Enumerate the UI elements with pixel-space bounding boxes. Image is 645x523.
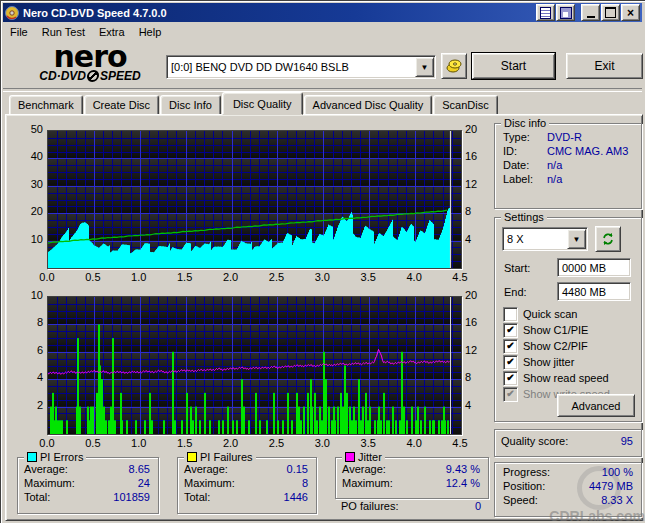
start-mb-label: Start: xyxy=(504,262,530,274)
tab-scandisc[interactable]: ScanDisc xyxy=(433,95,497,115)
menu-extra[interactable]: Extra xyxy=(92,24,132,40)
checkbox-quick-scan[interactable]: Quick scan xyxy=(495,306,641,322)
axis-tick-label: 50 xyxy=(17,123,43,135)
disc-label-label: Label: xyxy=(503,173,547,185)
pif-maximum-label: Maximum: xyxy=(184,477,235,489)
speed-select[interactable]: 8 X ▼ xyxy=(502,227,588,251)
logo-sub-left: CD·DVD xyxy=(39,69,86,83)
axis-tick-label: 2 xyxy=(17,399,43,411)
minimize-button[interactable] xyxy=(581,4,600,21)
disc-date-label: Date: xyxy=(503,159,547,171)
jitter-title: Jitter xyxy=(358,451,382,463)
jitter-maximum-label: Maximum: xyxy=(342,477,393,489)
nero-logo: nero CD·DVD SPEED xyxy=(15,45,165,83)
po-failures-row: PO failures: 0 xyxy=(341,500,481,512)
advanced-button[interactable]: Advanced xyxy=(557,394,635,417)
axis-tick-label: 4 xyxy=(465,399,491,411)
start-button[interactable]: Start xyxy=(472,53,555,79)
pif-average-label: Average: xyxy=(184,463,228,475)
save-button[interactable] xyxy=(556,4,575,21)
pie-total-value: 101859 xyxy=(113,491,150,503)
tab-disc-quality[interactable]: Disc Quality xyxy=(222,92,303,115)
drive-select-value: [0:0] BENQ DVD DD DW1640 BSLB xyxy=(167,61,415,73)
watermark: CDRLabs.com xyxy=(549,508,645,523)
checkbox-show-c1-pie[interactable]: ✔Show C1/PIE xyxy=(495,322,641,338)
speed-select-arrow[interactable]: ▼ xyxy=(567,229,586,249)
close-icon: × xyxy=(627,8,634,18)
axis-tick-label: 3.5 xyxy=(354,437,382,449)
settings-title: Settings xyxy=(504,211,544,223)
disc-date-value: n/a xyxy=(547,159,562,171)
tab-disc-info[interactable]: Disc Info xyxy=(160,95,221,115)
axis-tick-label: 16 xyxy=(465,316,491,328)
drive-select[interactable]: [0:0] BENQ DVD DD DW1640 BSLB ▼ xyxy=(166,55,436,79)
axis-tick-label: 1.0 xyxy=(125,271,153,283)
speed-label: Speed: xyxy=(503,494,538,506)
checkbox-icon[interactable]: ✔ xyxy=(503,387,518,402)
checkbox-show-read-speed[interactable]: ✔Show read speed xyxy=(495,370,641,386)
axis-tick-label: 12 xyxy=(465,178,491,190)
disc-id-value: CMC MAG. AM3 xyxy=(547,145,628,157)
close-button[interactable]: × xyxy=(621,4,640,21)
pif-average-value: 0.15 xyxy=(287,463,308,475)
report-button[interactable] xyxy=(536,4,555,21)
app-window: Nero CD-DVD Speed 4.7.0.0 × File Run Tes… xyxy=(0,0,645,523)
end-mb-label: End: xyxy=(504,286,527,298)
checkbox-icon[interactable]: ✔ xyxy=(503,339,518,354)
tab-benchmark[interactable]: Benchmark xyxy=(9,95,83,115)
pif-chart xyxy=(48,297,461,434)
pie-chart-frame xyxy=(47,130,462,269)
quality-score-box: Quality score: 95 xyxy=(494,429,642,457)
report-icon xyxy=(540,7,551,19)
menu-help[interactable]: Help xyxy=(132,24,169,40)
checkbox-show-jitter[interactable]: ✔Show jitter xyxy=(495,354,641,370)
end-mb-input[interactable]: 4480 MB xyxy=(557,282,631,301)
checkbox-label: Quick scan xyxy=(523,308,577,320)
pif-total-value: 1446 xyxy=(284,491,308,503)
axis-tick-label: 4.5 xyxy=(446,437,474,449)
disc-info-group: Disc info Type:DVD-R ID:CMC MAG. AM3 Dat… xyxy=(494,123,642,209)
tab-advanced-disc-quality[interactable]: Advanced Disc Quality xyxy=(304,95,433,115)
axis-tick-label: 20 xyxy=(465,289,491,301)
tab-create-disc[interactable]: Create Disc xyxy=(84,95,159,115)
exit-button[interactable]: Exit xyxy=(566,53,643,79)
title-bar[interactable]: Nero CD-DVD Speed 4.7.0.0 × xyxy=(3,3,642,22)
logo-text: nero xyxy=(15,45,165,69)
drive-select-arrow[interactable]: ▼ xyxy=(415,57,434,77)
maximize-button[interactable] xyxy=(601,4,620,21)
maximize-icon xyxy=(605,7,616,18)
axis-tick-label: 6 xyxy=(17,344,43,356)
jitter-swatch xyxy=(345,452,355,462)
checkbox-icon[interactable]: ✔ xyxy=(503,323,518,338)
checkbox-icon[interactable] xyxy=(503,307,518,322)
pi-failures-group: PI Failures Average:0.15 Maximum:8 Total… xyxy=(177,457,317,514)
save-icon xyxy=(560,7,572,19)
checkbox-label: Show C1/PIE xyxy=(523,324,588,336)
checkbox-show-c2-pif[interactable]: ✔Show C2/PIF xyxy=(495,338,641,354)
jitter-average-label: Average: xyxy=(342,463,386,475)
pi-failures-swatch xyxy=(187,452,197,462)
axis-tick-label: 4.0 xyxy=(400,271,428,283)
pie-maximum-label: Maximum: xyxy=(24,477,75,489)
axis-tick-label: 16 xyxy=(465,150,491,162)
pie-maximum-value: 24 xyxy=(138,477,150,489)
pi-failures-title: PI Failures xyxy=(200,451,253,463)
axis-tick-label: 10 xyxy=(17,233,43,245)
axis-tick-label: 2.0 xyxy=(217,271,245,283)
refresh-button[interactable] xyxy=(595,226,621,252)
disc-eject-button[interactable] xyxy=(441,53,467,79)
progress-value: 100 % xyxy=(602,466,633,478)
menu-file[interactable]: File xyxy=(3,24,35,40)
jitter-maximum-value: 12.4 % xyxy=(446,477,480,489)
tab-strip: Benchmark Create Disc Disc Info Disc Qua… xyxy=(9,94,499,115)
refresh-icon xyxy=(601,232,615,246)
axis-tick-label: 12 xyxy=(465,344,491,356)
axis-tick-label: 40 xyxy=(17,150,43,162)
start-mb-input[interactable]: 0000 MB xyxy=(557,258,631,277)
minimize-icon xyxy=(587,16,595,18)
checkbox-icon[interactable]: ✔ xyxy=(503,371,518,386)
menu-run-test[interactable]: Run Test xyxy=(35,24,92,40)
checkbox-icon[interactable]: ✔ xyxy=(503,355,518,370)
axis-tick-label: 0.5 xyxy=(79,271,107,283)
app-icon xyxy=(5,6,19,20)
